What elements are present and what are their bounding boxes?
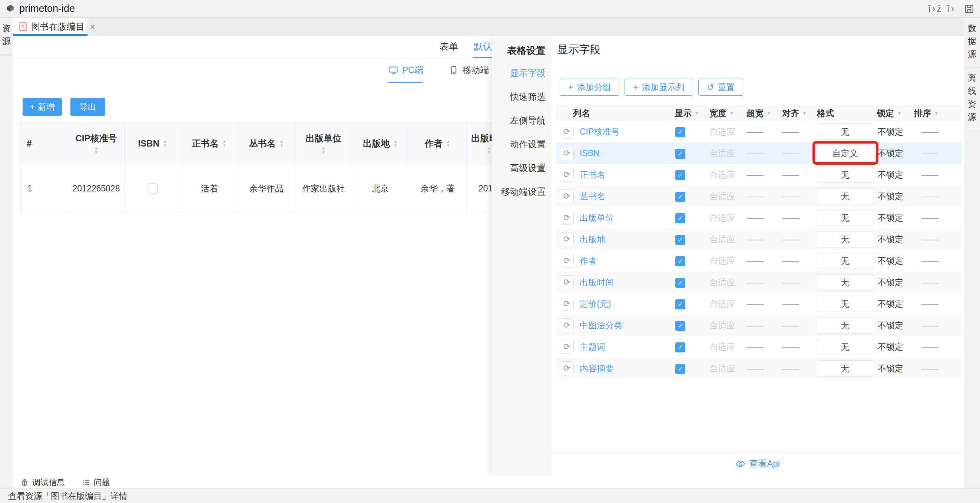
lock-value[interactable]: 不锁定 [877,169,914,180]
width-value[interactable]: 自适应 [710,212,746,224]
align-value[interactable]: —— [782,192,817,201]
show-checkbox[interactable]: ✓ [675,364,685,374]
row-checkbox[interactable] [148,183,158,194]
align-value[interactable]: —— [782,278,817,287]
overwidth-value[interactable]: —— [746,278,782,287]
lock-value[interactable]: 不锁定 [877,298,914,310]
sync-icon[interactable]: ⟳ [560,232,574,246]
overwidth-value[interactable]: —— [746,299,782,309]
dropdown-caret-icon[interactable]: ▼ [897,110,902,116]
width-value[interactable]: 自适应 [710,191,746,202]
sync-icon[interactable]: ⟳ [560,254,574,268]
lock-value[interactable]: 不锁定 [877,320,914,331]
editor-tab-book-catalog[interactable]: 图书在版编目 × [13,18,88,36]
lock-value[interactable]: 不锁定 [877,341,914,353]
rail-item-resources[interactable]: 资源 [0,18,13,54]
format-button[interactable]: 无 [817,317,873,334]
align-value[interactable]: —— [782,235,817,244]
sort-value[interactable]: —— [914,170,962,180]
sync-icon[interactable]: ⟳ [560,318,574,332]
format-button[interactable]: 自定义 [817,145,873,161]
overwidth-value[interactable]: —— [746,235,782,244]
sort-carets-icon[interactable]: ▲▼ [321,146,326,155]
sort-value[interactable]: —— [914,192,962,201]
field-name-link[interactable]: ISBN [580,149,600,158]
tab-mobile[interactable]: 移动端 [449,58,489,83]
settings-menu-action-settings[interactable]: 动作设置 [492,133,552,156]
sort-value[interactable]: —— [914,213,962,223]
sort-carets-icon[interactable]: ▲▼ [222,139,227,148]
sort-value[interactable]: —— [914,364,962,374]
field-name-link[interactable]: 正书名 [580,170,605,180]
sort-value[interactable]: —— [914,127,962,137]
sync-icon[interactable]: ⟳ [560,211,574,225]
sync-icon[interactable]: ⟳ [560,297,574,311]
lock-value[interactable]: 不锁定 [877,255,914,267]
lock-value[interactable]: 不锁定 [877,126,914,137]
sort-value[interactable]: —— [914,256,962,266]
overwidth-value[interactable]: —— [746,256,782,266]
width-value[interactable]: 自适应 [710,234,746,245]
show-checkbox[interactable]: ✓ [675,321,685,331]
format-button[interactable]: 无 [817,209,873,226]
format-button[interactable]: 无 [817,360,873,377]
width-value[interactable]: 自适应 [710,148,746,159]
sync-icon[interactable]: ⟳ [560,146,574,160]
problems-button[interactable]: 问题 [82,477,110,488]
sort-value[interactable]: —— [914,149,962,158]
format-button[interactable]: 无 [817,123,873,140]
sync-icon[interactable]: ⟳ [560,340,574,354]
lock-value[interactable]: 不锁定 [877,212,914,224]
tab-close-icon[interactable]: × [90,21,95,33]
format-button[interactable]: 无 [817,231,873,248]
field-name-link[interactable]: 内容摘要 [580,364,614,373]
field-name-link[interactable]: 出版单位 [580,213,614,223]
show-checkbox[interactable]: ✓ [675,278,685,288]
dropdown-caret-icon[interactable]: ▼ [802,110,807,116]
format-button[interactable]: 无 [817,274,873,291]
settings-menu-left-nav[interactable]: 左侧导航 [492,109,552,133]
format-button[interactable]: 无 [817,295,873,312]
sync-icon[interactable]: ⟳ [560,168,574,182]
show-checkbox[interactable]: ✓ [675,170,685,180]
lock-value[interactable]: 不锁定 [877,277,914,288]
field-name-link[interactable]: 中图法分类 [580,321,622,330]
overwidth-value[interactable]: —— [746,170,782,180]
dropdown-caret-icon[interactable]: ▼ [767,110,771,116]
width-value[interactable]: 自适应 [710,255,746,267]
width-value[interactable]: 自适应 [710,298,746,310]
field-name-link[interactable]: CIP核准号 [580,127,619,137]
align-value[interactable]: —— [782,127,817,137]
new-button[interactable]: + 新增 [22,98,62,116]
lock-value[interactable]: 不锁定 [877,191,914,202]
show-checkbox[interactable]: ✓ [675,192,685,202]
field-name-link[interactable]: 丛书名 [580,192,605,201]
format-button[interactable]: 无 [817,166,873,183]
field-name-link[interactable]: 出版时间 [580,278,614,287]
sort-carets-icon[interactable]: ▲▼ [163,139,167,148]
settings-menu-mobile-settings[interactable]: 移动端设置 [492,180,552,204]
sort-carets-icon[interactable]: ▲▼ [279,139,284,148]
sync-icon[interactable]: ⟳ [560,125,574,139]
show-checkbox[interactable]: ✓ [675,149,685,159]
sync-icon[interactable]: ⟳ [560,361,574,375]
width-value[interactable]: 自适应 [710,169,746,180]
table-row[interactable]: 12012265028活着余华作品作家出版社北京余华，著2012. [21,164,512,213]
add-column-button[interactable]: + 添加显示列 [625,79,693,96]
save-icon[interactable] [964,3,975,14]
sync-icon[interactable]: ⟳ [560,275,574,289]
lock-value[interactable]: 不锁定 [877,148,914,159]
overwidth-value[interactable]: —— [746,149,782,158]
sort-value[interactable]: —— [914,321,962,331]
width-value[interactable]: 自适应 [710,277,746,288]
dropdown-caret-icon[interactable]: ▼ [729,110,734,116]
align-value[interactable]: —— [782,364,817,374]
lock-value[interactable]: 不锁定 [877,363,914,374]
rail-item-offline-resources[interactable]: 离线资源 [964,67,980,130]
overwidth-value[interactable]: —— [746,321,782,331]
align-value[interactable]: —— [782,149,817,158]
reset-button[interactable]: ↺ 重置 [698,79,743,96]
align-value[interactable]: —— [782,256,817,266]
view-tab-form[interactable]: 表单 [439,36,459,58]
view-api-link[interactable]: 查看Api [749,458,780,469]
